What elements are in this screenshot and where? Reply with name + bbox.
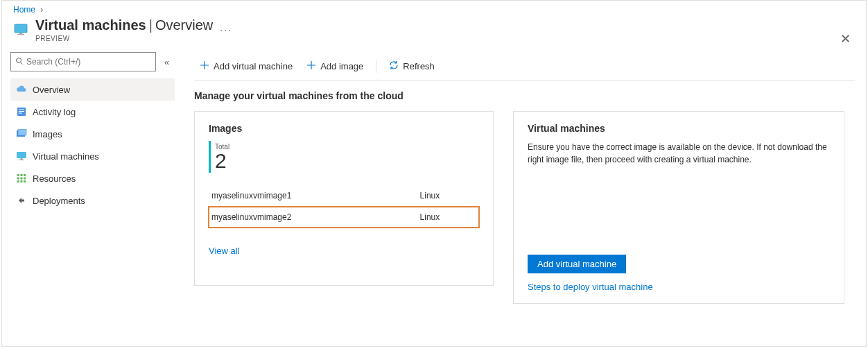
svg-rect-11	[18, 129, 26, 135]
total-value: 2	[215, 151, 229, 171]
svg-rect-3	[17, 34, 24, 35]
toolbar-separator	[376, 60, 376, 73]
image-os-cell: Linux	[417, 207, 479, 228]
button-label: Add virtual machine	[214, 61, 293, 71]
sidebar-item-images[interactable]: Images	[10, 123, 175, 145]
sidebar-item-label: Virtual machines	[33, 151, 99, 162]
content-area: Add virtual machine Add image Refresh Ma…	[179, 52, 866, 335]
cloud-icon	[16, 84, 27, 95]
svg-rect-12	[17, 152, 26, 158]
toolbar: Add virtual machine Add image Refresh	[194, 53, 855, 80]
close-icon[interactable]: ✕	[840, 31, 851, 46]
vm-icon	[16, 151, 27, 162]
sidebar-item-label: Deployments	[33, 196, 85, 206]
total-accent-bar	[209, 141, 211, 173]
deployments-icon	[16, 195, 27, 206]
view-all-link[interactable]: View all	[209, 246, 240, 256]
resources-icon	[16, 173, 27, 184]
sidebar: « Overview Activity log Images Virtual	[2, 52, 179, 335]
page-subtitle: Manage your virtual machines from the cl…	[194, 90, 855, 101]
images-total: Total 2	[209, 141, 479, 173]
button-label: Add image	[320, 61, 363, 71]
sidebar-item-virtual-machines[interactable]: Virtual machines	[10, 145, 175, 167]
vm-card-description: Ensure you have the correct image is ava…	[528, 141, 830, 166]
button-label: Refresh	[403, 61, 435, 71]
image-name-cell: myaselinuxvmimage1	[209, 185, 417, 207]
sidebar-item-overview[interactable]: Overview	[10, 78, 175, 101]
images-icon	[16, 128, 27, 139]
sidebar-item-deployments[interactable]: Deployments	[10, 189, 175, 212]
svg-line-5	[21, 62, 23, 64]
chevron-right-icon: ›	[40, 5, 43, 15]
search-icon	[15, 57, 24, 67]
svg-rect-22	[21, 180, 23, 182]
table-row[interactable]: myaselinuxvmimage1 Linux	[209, 185, 479, 207]
breadcrumb-home[interactable]: Home	[13, 5, 35, 15]
steps-link[interactable]: Steps to deploy virtual machine	[528, 282, 830, 292]
sidebar-item-label: Resources	[33, 173, 76, 184]
images-card-title: Images	[209, 123, 479, 134]
image-os-cell: Linux	[417, 185, 479, 207]
sidebar-item-activity-log[interactable]: Activity log	[10, 101, 175, 123]
svg-rect-23	[24, 180, 26, 182]
svg-rect-19	[21, 178, 23, 180]
svg-rect-13	[21, 158, 23, 160]
refresh-button[interactable]: Refresh	[383, 56, 440, 77]
add-virtual-machine-primary-button[interactable]: Add virtual machine	[528, 255, 626, 273]
page-title: Virtual machines|Overview	[35, 17, 213, 33]
log-icon	[16, 106, 27, 117]
image-name-cell: myaselinuxvmimage2	[209, 207, 417, 228]
add-image-button[interactable]: Add image	[301, 56, 369, 77]
svg-rect-21	[17, 180, 19, 182]
vm-card-title: Virtual machines	[528, 123, 830, 134]
breadcrumb: Home ›	[2, 1, 866, 16]
virtual-machines-icon	[13, 22, 28, 37]
svg-rect-20	[24, 178, 26, 180]
svg-rect-14	[19, 160, 24, 160]
sidebar-item-label: Images	[33, 129, 62, 139]
add-virtual-machine-button[interactable]: Add virtual machine	[194, 56, 298, 77]
sidebar-item-label: Activity log	[33, 107, 76, 117]
preview-badge: PREVIEW	[35, 35, 213, 42]
refresh-icon	[389, 60, 399, 72]
plus-icon	[306, 60, 316, 72]
svg-rect-8	[19, 111, 24, 112]
search-input[interactable]	[26, 57, 151, 67]
images-card: Images Total 2 myaselinuxvmimage1 Linux	[194, 111, 494, 286]
svg-rect-2	[19, 33, 22, 34]
sidebar-item-resources[interactable]: Resources	[10, 167, 175, 189]
svg-point-4	[17, 58, 21, 62]
svg-rect-18	[17, 178, 19, 180]
virtual-machines-card: Virtual machines Ensure you have the cor…	[513, 111, 844, 304]
collapse-sidebar-button[interactable]: «	[164, 57, 169, 67]
sidebar-item-label: Overview	[33, 85, 70, 95]
plus-icon	[200, 60, 209, 72]
more-actions-button[interactable]: ···	[220, 24, 232, 35]
svg-rect-9	[19, 113, 22, 114]
table-row[interactable]: myaselinuxvmimage2 Linux	[209, 207, 479, 228]
svg-rect-15	[17, 174, 19, 176]
svg-rect-16	[21, 174, 23, 176]
page-header: Virtual machines|Overview PREVIEW ···	[2, 16, 866, 42]
svg-rect-17	[24, 174, 26, 176]
search-box[interactable]	[10, 52, 156, 71]
svg-rect-7	[19, 110, 24, 110]
images-table: myaselinuxvmimage1 Linux myaselinuxvmima…	[209, 185, 479, 228]
svg-rect-0	[15, 24, 27, 33]
